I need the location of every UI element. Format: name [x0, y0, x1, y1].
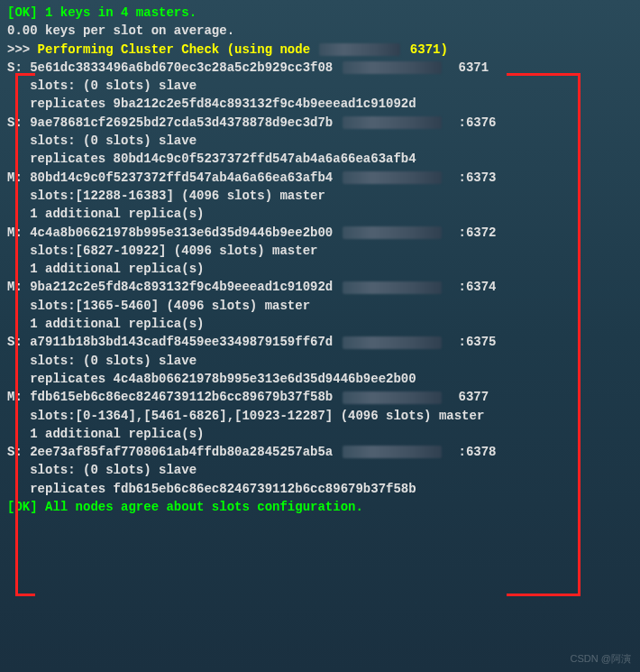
redacted-ip	[343, 116, 442, 129]
ok-tag: [OK]	[7, 500, 38, 514]
node-role: M:	[7, 390, 30, 404]
prompt: >>>	[7, 42, 38, 57]
node-extra-line: replicates 80bd14c9c0f5237372ffd547ab4a6…	[7, 150, 633, 168]
node-hash: 9ba212c2e5fd84c893132f9c4b9eeead1c91092d	[30, 280, 340, 294]
node-role: S:	[7, 445, 30, 459]
node-header-line: M: 80bd14c9c0f5237372ffd547ab4a6a66ea63a…	[7, 169, 633, 187]
node-hash: 2ee73af85faf7708061ab4ffdb80a2845257ab5a	[30, 445, 340, 459]
node-port: :6376	[443, 115, 497, 130]
node-hash: 9ae78681cf26925bd27cda53d4378878d9ec3d7b	[30, 115, 340, 130]
node-port: :6375	[443, 335, 497, 349]
node-extra-line: 1 additional replica(s)	[7, 205, 633, 223]
node-role: S:	[7, 115, 30, 130]
node-extra-line: replicates 4c4a8b06621978b995e313e6d35d9…	[7, 370, 633, 388]
ok-text: 1 keys in 4 masters.	[38, 5, 197, 20]
node-port: :6374	[443, 280, 497, 294]
ok-tag: [OK]	[7, 5, 38, 20]
node-header-line: S: a7911b18b3bd143cadf8459ee3349879159ff…	[7, 333, 633, 351]
redacted-ip	[343, 446, 442, 458]
avg-line: 0.00 keys per slot on average.	[7, 22, 633, 40]
node-slots-line: slots:[0-1364],[5461-6826],[10923-12287]…	[7, 407, 633, 425]
node-extra-line: replicates fdb615eb6c86ec8246739112b6cc8…	[7, 480, 633, 498]
node-slots-line: slots: (0 slots) slave	[7, 77, 633, 95]
node-port: 6377	[443, 390, 489, 404]
ok-text: All nodes agree about slots configuratio…	[38, 500, 363, 514]
node-hash: a7911b18b3bd143cadf8459ee3349879159ff67d	[30, 335, 340, 349]
redacted-ip	[319, 43, 400, 56]
node-header-line: M: fdb615eb6c86ec8246739112b6cc89679b37f…	[7, 388, 633, 406]
node-slots-line: slots: (0 slots) slave	[7, 461, 633, 479]
redacted-ip	[343, 281, 442, 294]
node-extra-line: 1 additional replica(s)	[7, 260, 633, 278]
node-slots-line: slots:[12288-16383] (4096 slots) master	[7, 187, 633, 205]
node-header-line: S: 2ee73af85faf7708061ab4ffdb80a2845257a…	[7, 443, 633, 461]
redacted-ip	[343, 391, 442, 404]
node-role: M:	[7, 226, 30, 240]
header-ok-line: [OK] 1 keys in 4 masters.	[7, 4, 633, 22]
node-port: :6372	[443, 226, 497, 240]
node-hash: 4c4a8b06621978b995e313e6d35d9446b9ee2b00	[30, 226, 340, 240]
node-port: :6378	[443, 445, 497, 459]
node-header-line: M: 4c4a8b06621978b995e313e6d35d9446b9ee2…	[7, 224, 633, 242]
node-header-line: S: 5e61dc3833496a6bd670ec3c28a5c2b929cc3…	[7, 59, 633, 77]
node-role: M:	[7, 170, 30, 185]
node-port: 6371	[443, 60, 489, 75]
node-port: :6373	[443, 170, 497, 185]
node-header-line: S: 9ae78681cf26925bd27cda53d4378878d9ec3…	[7, 114, 633, 132]
node-header-line: M: 9ba212c2e5fd84c893132f9c4b9eeead1c910…	[7, 278, 633, 296]
cluster-check-line: >>> Performing Cluster Check (using node…	[7, 41, 633, 59]
footer-ok-line: [OK] All nodes agree about slots configu…	[7, 498, 633, 516]
node-slots-line: slots:[6827-10922] (4096 slots) master	[7, 242, 633, 260]
check-msg: Performing Cluster Check (using node	[38, 42, 318, 57]
watermark: CSDN @阿演	[571, 652, 631, 667]
node-slots-line: slots: (0 slots) slave	[7, 132, 633, 150]
node-hash: 80bd14c9c0f5237372ffd547ab4a6a66ea63afb4	[30, 170, 340, 185]
redacted-ip	[343, 171, 442, 184]
node-role: S:	[7, 335, 30, 349]
node-slots-line: slots:[1365-5460] (4096 slots) master	[7, 297, 633, 315]
redacted-ip	[343, 61, 442, 74]
node-hash: fdb615eb6c86ec8246739112b6cc89679b37f58b	[30, 390, 340, 404]
node-extra-line: replicates 9ba212c2e5fd84c893132f9c4b9ee…	[7, 95, 633, 113]
check-port: 6371)	[402, 42, 447, 57]
redacted-ip	[343, 336, 442, 349]
node-extra-line: 1 additional replica(s)	[7, 315, 633, 333]
redacted-ip	[343, 226, 442, 239]
node-role: S:	[7, 60, 30, 75]
node-role: M:	[7, 280, 30, 294]
node-slots-line: slots: (0 slots) slave	[7, 352, 633, 370]
node-extra-line: 1 additional replica(s)	[7, 425, 633, 443]
nodes-list: S: 5e61dc3833496a6bd670ec3c28a5c2b929cc3…	[7, 59, 633, 498]
node-hash: 5e61dc3833496a6bd670ec3c28a5c2b929cc3f08	[30, 60, 340, 75]
